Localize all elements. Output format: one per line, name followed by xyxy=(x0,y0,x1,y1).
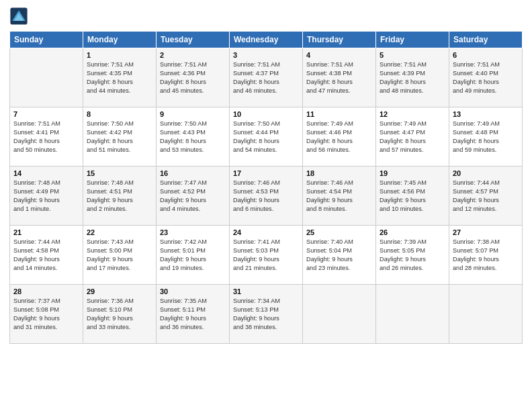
day-number: 1 xyxy=(87,51,152,59)
day-number: 19 xyxy=(380,169,445,177)
calendar-cell: 5Sunrise: 7:51 AMSunset: 4:39 PMDaylight… xyxy=(376,48,449,107)
calendar-cell xyxy=(449,285,523,344)
calendar-cell: 9Sunrise: 7:50 AMSunset: 4:43 PMDaylight… xyxy=(157,107,230,167)
calendar-cell: 18Sunrise: 7:46 AMSunset: 4:54 PMDayligh… xyxy=(303,167,376,226)
cell-info: Sunrise: 7:51 AMSunset: 4:37 PMDaylight:… xyxy=(233,60,299,95)
calendar-cell: 31Sunrise: 7:34 AMSunset: 5:13 PMDayligh… xyxy=(230,285,303,344)
calendar-cell: 3Sunrise: 7:51 AMSunset: 4:37 PMDaylight… xyxy=(230,48,303,107)
calendar-cell: 6Sunrise: 7:51 AMSunset: 4:40 PMDaylight… xyxy=(449,48,523,107)
day-number: 27 xyxy=(453,228,519,236)
calendar-cell: 7Sunrise: 7:51 AMSunset: 4:41 PMDaylight… xyxy=(10,107,83,167)
cell-info: Sunrise: 7:40 AMSunset: 5:04 PMDaylight:… xyxy=(306,238,372,273)
calendar-body: 1Sunrise: 7:51 AMSunset: 4:35 PMDaylight… xyxy=(10,48,523,344)
cell-info: Sunrise: 7:34 AMSunset: 5:13 PMDaylight:… xyxy=(233,297,299,332)
cell-info: Sunrise: 7:35 AMSunset: 5:11 PMDaylight:… xyxy=(160,297,226,332)
day-number: 22 xyxy=(87,228,152,236)
day-number: 4 xyxy=(306,51,372,59)
calendar-header-row: SundayMondayTuesdayWednesdayThursdayFrid… xyxy=(10,32,523,48)
day-number: 11 xyxy=(306,110,372,118)
weekday-header: Friday xyxy=(376,32,449,48)
calendar-week-row: 1Sunrise: 7:51 AMSunset: 4:35 PMDaylight… xyxy=(10,48,523,107)
cell-info: Sunrise: 7:50 AMSunset: 4:44 PMDaylight:… xyxy=(233,120,299,154)
calendar-cell: 26Sunrise: 7:39 AMSunset: 5:05 PMDayligh… xyxy=(376,226,449,285)
day-number: 24 xyxy=(233,228,299,236)
calendar-cell: 10Sunrise: 7:50 AMSunset: 4:44 PMDayligh… xyxy=(230,107,303,167)
calendar-week-row: 14Sunrise: 7:48 AMSunset: 4:49 PMDayligh… xyxy=(10,167,523,226)
cell-info: Sunrise: 7:41 AMSunset: 5:03 PMDaylight:… xyxy=(233,238,299,273)
day-number: 6 xyxy=(453,51,519,59)
day-number: 16 xyxy=(160,169,226,177)
calendar-cell: 2Sunrise: 7:51 AMSunset: 4:36 PMDaylight… xyxy=(157,48,230,107)
day-number: 7 xyxy=(13,110,79,118)
cell-info: Sunrise: 7:42 AMSunset: 5:01 PMDaylight:… xyxy=(160,238,226,273)
calendar-cell: 19Sunrise: 7:45 AMSunset: 4:56 PMDayligh… xyxy=(376,167,449,226)
cell-info: Sunrise: 7:46 AMSunset: 4:53 PMDaylight:… xyxy=(233,179,299,214)
cell-info: Sunrise: 7:51 AMSunset: 4:39 PMDaylight:… xyxy=(380,60,445,95)
day-number: 3 xyxy=(233,51,299,59)
cell-info: Sunrise: 7:47 AMSunset: 4:52 PMDaylight:… xyxy=(160,179,226,214)
day-number: 20 xyxy=(453,169,519,177)
calendar-cell: 8Sunrise: 7:50 AMSunset: 4:42 PMDaylight… xyxy=(83,107,157,167)
day-number: 5 xyxy=(380,51,445,59)
cell-info: Sunrise: 7:44 AMSunset: 4:57 PMDaylight:… xyxy=(453,179,519,214)
calendar-cell: 17Sunrise: 7:46 AMSunset: 4:53 PMDayligh… xyxy=(230,167,303,226)
cell-info: Sunrise: 7:48 AMSunset: 4:49 PMDaylight:… xyxy=(13,179,79,214)
calendar-cell: 15Sunrise: 7:48 AMSunset: 4:51 PMDayligh… xyxy=(83,167,157,226)
calendar-week-row: 21Sunrise: 7:44 AMSunset: 4:58 PMDayligh… xyxy=(10,226,523,285)
weekday-header: Monday xyxy=(83,32,157,48)
day-number: 26 xyxy=(380,228,445,236)
day-number: 14 xyxy=(13,169,79,177)
day-number: 2 xyxy=(160,51,226,59)
cell-info: Sunrise: 7:39 AMSunset: 5:05 PMDaylight:… xyxy=(380,238,445,273)
weekday-header: Thursday xyxy=(303,32,376,48)
logo-icon xyxy=(9,7,28,26)
calendar-cell: 12Sunrise: 7:49 AMSunset: 4:47 PMDayligh… xyxy=(376,107,449,167)
cell-info: Sunrise: 7:43 AMSunset: 5:00 PMDaylight:… xyxy=(87,238,152,273)
calendar-cell: 13Sunrise: 7:49 AMSunset: 4:48 PMDayligh… xyxy=(449,107,523,167)
calendar-cell: 30Sunrise: 7:35 AMSunset: 5:11 PMDayligh… xyxy=(157,285,230,344)
calendar-cell: 29Sunrise: 7:36 AMSunset: 5:10 PMDayligh… xyxy=(83,285,157,344)
day-number: 18 xyxy=(306,169,372,177)
weekday-header: Sunday xyxy=(10,32,83,48)
calendar-cell: 1Sunrise: 7:51 AMSunset: 4:35 PMDaylight… xyxy=(83,48,157,107)
calendar-cell: 4Sunrise: 7:51 AMSunset: 4:38 PMDaylight… xyxy=(303,48,376,107)
calendar-cell: 22Sunrise: 7:43 AMSunset: 5:00 PMDayligh… xyxy=(83,226,157,285)
calendar-week-row: 7Sunrise: 7:51 AMSunset: 4:41 PMDaylight… xyxy=(10,107,523,167)
day-number: 30 xyxy=(160,287,226,295)
weekday-header: Saturday xyxy=(449,32,523,48)
day-number: 15 xyxy=(87,169,152,177)
calendar-cell xyxy=(376,285,449,344)
day-number: 21 xyxy=(13,228,79,236)
calendar-week-row: 28Sunrise: 7:37 AMSunset: 5:08 PMDayligh… xyxy=(10,285,523,344)
weekday-header: Tuesday xyxy=(157,32,230,48)
cell-info: Sunrise: 7:51 AMSunset: 4:40 PMDaylight:… xyxy=(453,60,519,95)
calendar-cell: 11Sunrise: 7:49 AMSunset: 4:46 PMDayligh… xyxy=(303,107,376,167)
day-number: 10 xyxy=(233,110,299,118)
header xyxy=(9,7,523,26)
calendar-cell: 23Sunrise: 7:42 AMSunset: 5:01 PMDayligh… xyxy=(157,226,230,285)
cell-info: Sunrise: 7:37 AMSunset: 5:08 PMDaylight:… xyxy=(13,297,79,332)
cell-info: Sunrise: 7:49 AMSunset: 4:46 PMDaylight:… xyxy=(306,120,372,154)
cell-info: Sunrise: 7:48 AMSunset: 4:51 PMDaylight:… xyxy=(87,179,152,214)
day-number: 17 xyxy=(233,169,299,177)
cell-info: Sunrise: 7:51 AMSunset: 4:36 PMDaylight:… xyxy=(160,60,226,95)
calendar-cell: 21Sunrise: 7:44 AMSunset: 4:58 PMDayligh… xyxy=(10,226,83,285)
calendar-cell: 20Sunrise: 7:44 AMSunset: 4:57 PMDayligh… xyxy=(449,167,523,226)
page-container: SundayMondayTuesdayWednesdayThursdayFrid… xyxy=(0,0,532,351)
calendar-cell: 28Sunrise: 7:37 AMSunset: 5:08 PMDayligh… xyxy=(10,285,83,344)
calendar-cell xyxy=(303,285,376,344)
cell-info: Sunrise: 7:50 AMSunset: 4:43 PMDaylight:… xyxy=(160,120,226,154)
calendar-cell: 25Sunrise: 7:40 AMSunset: 5:04 PMDayligh… xyxy=(303,226,376,285)
cell-info: Sunrise: 7:46 AMSunset: 4:54 PMDaylight:… xyxy=(306,179,372,214)
cell-info: Sunrise: 7:49 AMSunset: 4:48 PMDaylight:… xyxy=(453,120,519,154)
calendar-cell: 14Sunrise: 7:48 AMSunset: 4:49 PMDayligh… xyxy=(10,167,83,226)
day-number: 13 xyxy=(453,110,519,118)
calendar-cell: 24Sunrise: 7:41 AMSunset: 5:03 PMDayligh… xyxy=(230,226,303,285)
logo xyxy=(9,7,31,26)
cell-info: Sunrise: 7:49 AMSunset: 4:47 PMDaylight:… xyxy=(380,120,445,154)
cell-info: Sunrise: 7:45 AMSunset: 4:56 PMDaylight:… xyxy=(380,179,445,214)
calendar-table: SundayMondayTuesdayWednesdayThursdayFrid… xyxy=(9,31,523,344)
day-number: 31 xyxy=(233,287,299,295)
day-number: 8 xyxy=(87,110,152,118)
cell-info: Sunrise: 7:51 AMSunset: 4:35 PMDaylight:… xyxy=(87,60,152,95)
